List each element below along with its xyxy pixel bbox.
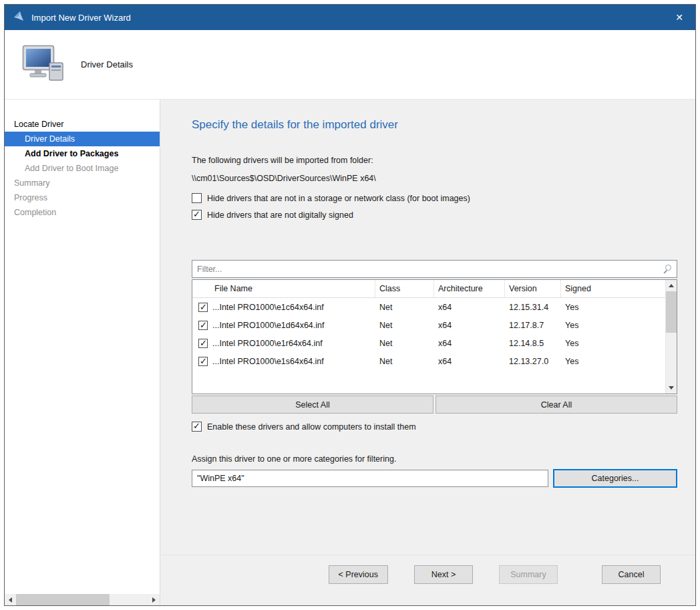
step-label: Progress [14, 193, 47, 202]
table-row[interactable]: ...Intel PRO1000\e1d64x64.inf Net x64 12… [192, 316, 665, 334]
wizard-main-panel: Specify the details for the imported dri… [160, 100, 695, 605]
sidebar-step-summary[interactable]: Summary [5, 176, 160, 190]
import-driver-wizard-window: Import New Driver Wizard ✕ Driver Detail… [4, 4, 696, 606]
category-row: Categories... [192, 469, 677, 488]
cell-file-name: ...Intel PRO1000\e1d64x64.inf [192, 321, 375, 330]
step-label: Add Driver to Boot Image [25, 164, 118, 173]
step-label: Locate Driver [14, 120, 63, 129]
close-icon[interactable]: ✕ [670, 11, 689, 24]
column-header-class[interactable]: Class [375, 280, 434, 297]
cell-signed: Yes [561, 321, 665, 330]
cell-architecture: x64 [434, 357, 505, 366]
sidebar-step-add-driver-to-boot-image[interactable]: Add Driver to Boot Image [5, 161, 160, 176]
titlebar[interactable]: Import New Driver Wizard ✕ [5, 5, 695, 30]
step-label: Add Driver to Packages [25, 149, 118, 158]
right-arrow-icon [152, 597, 156, 603]
checkbox-label: Hide drivers that are not in a storage o… [207, 194, 470, 203]
table-row[interactable]: ...Intel PRO1000\e1s64x64.inf Net x64 12… [192, 352, 665, 370]
sidebar-step-add-driver-to-packages[interactable]: Add Driver to Packages [5, 146, 160, 161]
wizard-header: Driver Details [5, 30, 695, 100]
cancel-button[interactable]: Cancel [602, 565, 661, 584]
scroll-up-icon[interactable] [666, 280, 677, 291]
filter-input[interactable] [192, 260, 677, 278]
cell-architecture: x64 [434, 339, 505, 348]
file-name-text: ...Intel PRO1000\e1s64x64.inf [212, 357, 324, 366]
cell-version: 12.13.27.0 [505, 357, 561, 366]
checkbox-box[interactable] [192, 422, 202, 432]
categories-button[interactable]: Categories... [553, 469, 677, 488]
row-checkbox[interactable] [198, 339, 208, 348]
enable-drivers-checkbox[interactable]: Enable these drivers and allow computers… [192, 422, 677, 432]
assign-category-text: Assign this driver to one or more catego… [192, 454, 674, 464]
category-input[interactable] [192, 470, 548, 487]
table-vertical-scrollbar[interactable] [665, 280, 677, 394]
next-button[interactable]: Next > [414, 565, 473, 584]
column-header-file-name[interactable]: File Name [192, 280, 375, 297]
window-title: Import New Driver Wizard [31, 13, 663, 23]
file-name-text: ...Intel PRO1000\e1d64x64.inf [212, 321, 324, 330]
sidebar-horizontal-scrollbar[interactable] [5, 594, 160, 605]
hide-unsigned-checkbox[interactable]: Hide drivers that are not digitally sign… [192, 210, 677, 220]
selection-buttons-row: Select All Clear All [192, 396, 677, 414]
scroll-down-icon[interactable] [666, 382, 677, 394]
up-arrow-icon [669, 284, 674, 287]
file-name-text: ...Intel PRO1000\e1c64x64.inf [212, 303, 324, 312]
checkbox-box[interactable] [192, 193, 202, 203]
cell-architecture: x64 [434, 321, 505, 330]
driver-table: File NameClassArchitectureVersionSigned … [192, 279, 677, 394]
table-row[interactable]: ...Intel PRO1000\e1c64x64.inf Net x64 12… [192, 298, 665, 316]
wizard-steps-sidebar: Locate Driver Driver Details Add Driver … [5, 100, 160, 605]
step-label: Driver Details [25, 134, 75, 144]
horizontal-scrollbar-thumb[interactable] [16, 594, 110, 605]
cell-signed: Yes [561, 303, 665, 312]
table-header-row: File NameClassArchitectureVersionSigned [192, 280, 665, 298]
cell-class: Net [375, 321, 434, 330]
column-header-version[interactable]: Version [505, 280, 561, 297]
wizard-app-icon [13, 10, 25, 25]
cell-version: 12.17.8.7 [505, 321, 561, 330]
cell-file-name: ...Intel PRO1000\e1s64x64.inf [192, 357, 375, 366]
vertical-scrollbar-thumb[interactable] [666, 291, 677, 333]
row-checkbox[interactable] [198, 303, 208, 312]
sidebar-step-locate-driver[interactable]: Locate Driver [5, 117, 160, 132]
column-header-architecture[interactable]: Architecture [434, 280, 505, 297]
checkbox-box[interactable] [192, 210, 202, 220]
row-checkbox[interactable] [198, 357, 208, 366]
folder-path-text: \\cm01\Sources$\OSD\DriverSources\WinPE … [192, 174, 674, 183]
cell-signed: Yes [561, 339, 665, 348]
cell-class: Net [375, 339, 434, 348]
step-label: Summary [14, 178, 49, 188]
checkbox-label: Hide drivers that are not digitally sign… [207, 210, 353, 220]
clear-all-button[interactable]: Clear All [435, 396, 677, 414]
step-label: Completion [14, 208, 56, 217]
sidebar-step-progress[interactable]: Progress [5, 190, 160, 205]
scroll-right-icon[interactable] [148, 594, 160, 605]
cell-file-name: ...Intel PRO1000\e1r64x64.inf [192, 339, 375, 348]
column-header-signed[interactable]: Signed [561, 280, 665, 297]
hide-storage-network-checkbox[interactable]: Hide drivers that are not in a storage o… [192, 193, 677, 203]
wizard-footer: < Previous Next > Summary Cancel [160, 555, 695, 605]
page-heading: Specify the details for the imported dri… [192, 118, 674, 132]
table-row[interactable]: ...Intel PRO1000\e1r64x64.inf Net x64 12… [192, 334, 665, 352]
computer-icon [22, 45, 65, 85]
cell-version: 12.15.31.4 [505, 303, 561, 312]
summary-button: Summary [499, 565, 558, 584]
previous-button[interactable]: < Previous [329, 565, 388, 584]
cell-signed: Yes [561, 357, 665, 366]
filter-box [192, 260, 677, 278]
checkbox-label: Enable these drivers and allow computers… [207, 422, 416, 432]
cell-class: Net [375, 303, 434, 312]
file-name-text: ...Intel PRO1000\e1r64x64.inf [212, 339, 323, 348]
row-checkbox[interactable] [198, 321, 208, 330]
cell-version: 12.14.8.5 [505, 339, 561, 348]
cell-architecture: x64 [434, 303, 505, 312]
page-title: Driver Details [81, 59, 133, 69]
scroll-left-icon[interactable] [5, 594, 16, 605]
sidebar-step-driver-details[interactable]: Driver Details [5, 132, 160, 146]
left-arrow-icon [9, 597, 12, 603]
sidebar-step-completion[interactable]: Completion [5, 205, 160, 220]
intro-text: The following drivers will be imported f… [192, 156, 674, 165]
select-all-button[interactable]: Select All [192, 396, 433, 414]
search-icon [665, 265, 671, 271]
down-arrow-icon [669, 386, 674, 390]
